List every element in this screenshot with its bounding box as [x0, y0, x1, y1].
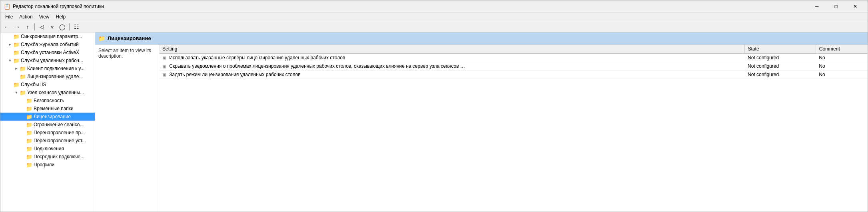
toolbar-back-button[interactable]: ←: [2, 22, 12, 31]
folder-icon-activex: 📁: [13, 50, 20, 56]
expand-icon-lic-remote: [13, 73, 20, 81]
sidebar-label-licensing: Лицензирование: [34, 114, 71, 119]
sidebar-label-redirect-devices: Перенаправление уст...: [34, 138, 86, 143]
sidebar-item-iis[interactable]: 📁 Службы IIS: [0, 81, 95, 89]
sidebar-item-sync[interactable]: 📁 Синхронизация параметр...: [0, 32, 95, 40]
setting-text-3: Задать режим лицензирования удаленных ра…: [169, 72, 300, 77]
sidebar-item-redirect-devices[interactable]: 📁 Перенаправление уст...: [0, 137, 95, 145]
panel-header-folder-icon: 📁: [98, 35, 105, 42]
row-icon-1: ▣: [162, 55, 166, 60]
setting-text-1: Использовать указанные серверы лицензиро…: [169, 55, 345, 61]
cell-setting-3: ▣ Задать режим лицензирования удаленных …: [159, 71, 744, 79]
close-button[interactable]: ✕: [846, 0, 864, 12]
expand-icon-security: [20, 97, 26, 105]
sidebar-label-activex: Служба установки ActiveX: [21, 50, 79, 55]
expand-icon-session-host: ▼: [13, 89, 20, 97]
sidebar-item-session-limit[interactable]: 📁 Ограничение сеансо...: [0, 121, 95, 129]
cell-setting-2: ▣ Скрывать уведомления о проблемах лицен…: [159, 62, 744, 71]
expand-icon-connections: [20, 145, 26, 153]
expand-icon-iis: [7, 81, 13, 89]
cell-comment-2: No: [816, 62, 868, 71]
table-pane: Setting State Comment ▣ Использовать ука…: [159, 44, 868, 212]
folder-icon-client-conn: 📁: [20, 66, 26, 72]
right-panel: 📁 Лицензирование Select an item to view …: [95, 32, 868, 212]
folder-icon-profiles: 📁: [26, 162, 32, 168]
cell-state-3: Not configured: [744, 71, 816, 79]
sidebar-label-security: Безопасность: [34, 98, 64, 103]
toolbar: ← → ↑ ◁ ▿ ◯ ☷: [0, 21, 868, 32]
panel-header-title: Лицензирование: [108, 35, 151, 41]
toolbar-separator-2: [69, 23, 70, 30]
cell-setting-1: ▣ Использовать указанные серверы лицензи…: [159, 54, 744, 62]
maximize-button[interactable]: □: [827, 0, 845, 12]
sidebar-label-redirect-printers: Перенаправление пр...: [34, 130, 85, 135]
row-icon-2: ▣: [162, 64, 166, 69]
sidebar-item-broker[interactable]: 📁 Посредник подключе...: [0, 153, 95, 161]
menu-file[interactable]: File: [2, 13, 16, 20]
main-window: 📋 Редактор локальной групповой политики …: [0, 0, 868, 212]
folder-icon-remote-services: 📁: [13, 58, 20, 64]
sidebar-label-session-host: Узел сеансов удаленны...: [27, 90, 84, 95]
folder-icon-iis: 📁: [13, 82, 20, 88]
sidebar-label-connections: Подключения: [34, 146, 64, 151]
toolbar-settings-button[interactable]: ◯: [58, 22, 67, 31]
expand-icon-redirect-printers: [20, 129, 26, 137]
expand-icon-client-conn: ►: [13, 65, 20, 73]
menu-action[interactable]: Action: [16, 13, 36, 20]
cell-state-2: Not configured: [744, 62, 816, 71]
expand-icon-redirect-devices: [20, 137, 26, 145]
folder-icon-connections: 📁: [26, 146, 32, 152]
menu-help[interactable]: Help: [53, 13, 69, 20]
window-title: Редактор локальной групповой политики: [13, 4, 104, 9]
minimize-button[interactable]: ─: [808, 0, 826, 12]
sidebar-label-client-conn: Клиент подключения к у...: [27, 66, 84, 71]
expand-icon-remote-services: ▼: [7, 57, 13, 65]
folder-icon-redirect-devices: 📁: [26, 138, 32, 144]
table-row[interactable]: ▣ Использовать указанные серверы лицензи…: [159, 54, 868, 62]
description-text: Select an item to view its description.: [98, 48, 151, 59]
folder-icon-broker: 📁: [26, 154, 32, 160]
folder-icon-security: 📁: [26, 98, 32, 104]
panel-header: 📁 Лицензирование: [95, 32, 868, 44]
table-body: ▣ Использовать указанные серверы лицензи…: [159, 54, 868, 79]
sidebar-item-redirect-printers[interactable]: 📁 Перенаправление пр...: [0, 129, 95, 137]
sidebar-label-remote-services: Службы удаленных рабоч...: [21, 58, 83, 63]
sidebar: 📁 Синхронизация параметр... ► 📁 Служба ж…: [0, 32, 95, 212]
menu-bar: File Action View Help: [0, 12, 868, 21]
sidebar-item-client-connection[interactable]: ► 📁 Клиент подключения к у...: [0, 65, 95, 73]
sidebar-item-profiles[interactable]: 📁 Профили: [0, 161, 95, 169]
title-bar: 📋 Редактор локальной групповой политики …: [0, 0, 868, 12]
toolbar-separator-1: [34, 23, 35, 30]
table-row[interactable]: ▣ Скрывать уведомления о проблемах лицен…: [159, 62, 868, 71]
toolbar-filter-button[interactable]: ☷: [72, 22, 81, 31]
cell-comment-3: No: [816, 71, 868, 79]
toolbar-copy-button[interactable]: ▿: [47, 22, 57, 31]
toolbar-forward-button[interactable]: →: [12, 22, 22, 31]
cell-comment-1: No: [816, 54, 868, 62]
sidebar-item-event-log[interactable]: ► 📁 Служба журнала событий: [0, 40, 95, 48]
window-icon: 📋: [4, 3, 10, 10]
sidebar-item-licensing-remote[interactable]: 📁 Лицензирование удале...: [0, 73, 95, 81]
column-header-comment[interactable]: Comment: [816, 44, 868, 54]
expand-icon-event-log: ►: [7, 40, 13, 48]
sidebar-item-security[interactable]: 📁 Безопасность: [0, 97, 95, 105]
toolbar-refresh-button[interactable]: ◁: [37, 22, 46, 31]
sidebar-item-activex[interactable]: 📁 Служба установки ActiveX: [0, 48, 95, 57]
sidebar-label-lic-remote: Лицензирование удале...: [27, 74, 83, 79]
sidebar-item-licensing[interactable]: 📁 Лицензирование: [0, 113, 95, 121]
sidebar-item-remote-services[interactable]: ▼ 📁 Службы удаленных рабоч...: [0, 57, 95, 65]
sidebar-label-sync: Синхронизация параметр...: [21, 34, 82, 39]
table-row[interactable]: ▣ Задать режим лицензирования удаленных …: [159, 71, 868, 79]
sidebar-item-temp-folders[interactable]: 📁 Временные папки: [0, 105, 95, 113]
column-header-state[interactable]: State: [744, 44, 816, 54]
sidebar-label-temp: Временные папки: [34, 106, 74, 111]
title-bar-controls: ─ □ ✕: [808, 0, 864, 12]
title-bar-left: 📋 Редактор локальной групповой политики: [4, 3, 104, 10]
sidebar-label-profiles: Профили: [34, 162, 54, 168]
sidebar-item-connections[interactable]: 📁 Подключения: [0, 145, 95, 153]
folder-icon-licensing: 📁: [26, 114, 32, 120]
column-header-setting[interactable]: Setting: [159, 44, 744, 54]
sidebar-item-session-host[interactable]: ▼ 📁 Узел сеансов удаленны...: [0, 89, 95, 97]
toolbar-up-button[interactable]: ↑: [23, 22, 32, 31]
menu-view[interactable]: View: [36, 13, 53, 20]
